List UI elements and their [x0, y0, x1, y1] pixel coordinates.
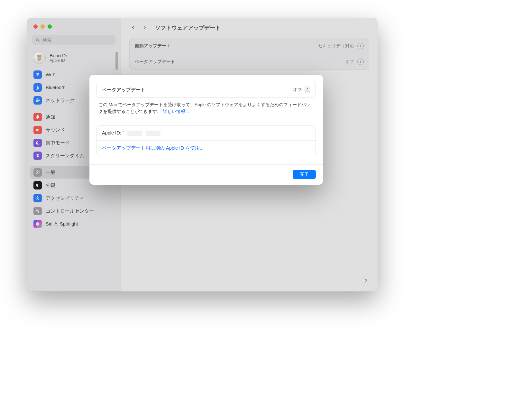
- svg-point-14: [37, 196, 38, 197]
- sidebar-item-label: 外観: [46, 182, 55, 189]
- sidebar-item-siri[interactable]: Siri と Spotlight: [30, 218, 117, 230]
- help-button[interactable]: ?: [362, 277, 370, 285]
- beta-select-row[interactable]: ベータアップデート オフ: [97, 82, 316, 97]
- sidebar-item-accessibility[interactable]: アクセシビリティ: [30, 192, 117, 204]
- window-controls: [27, 22, 121, 32]
- account-sub: Apple ID: [50, 58, 67, 63]
- sidebar-item-label: 集中モード: [46, 140, 70, 146]
- row-value: セキュリティ対応: [318, 43, 354, 49]
- more-info-link[interactable]: 詳しい情報...: [163, 109, 189, 114]
- svg-point-19: [36, 222, 40, 226]
- hourglass-icon: [33, 152, 42, 160]
- use-other-apple-id-link[interactable]: ベータアップデート用に別の Apple ID を使用...: [102, 145, 204, 151]
- apple-id-row: Apple ID: ˊ: [97, 126, 316, 140]
- sidebar-item-label: Bluetooth: [46, 85, 65, 90]
- bluetooth-icon: [33, 83, 42, 92]
- apple-id-value: ˊ: [123, 130, 162, 135]
- network-icon: [33, 96, 42, 105]
- siri-icon: [33, 220, 42, 228]
- back-button[interactable]: [129, 24, 137, 32]
- minimize-window-button[interactable]: [41, 24, 45, 29]
- search-input[interactable]: [32, 35, 115, 45]
- forward-button[interactable]: [141, 24, 149, 32]
- svg-point-12: [37, 172, 38, 173]
- avatar: [33, 51, 46, 64]
- beta-description: この Mac でベータアップデートを受け取って、Apple のソフトウェアをより…: [96, 98, 316, 122]
- sidebar-item-label: アクセシビリティ: [46, 195, 84, 201]
- beta-value: オフ: [293, 87, 302, 93]
- use-other-apple-id-row[interactable]: ベータアップデート用に別の Apple ID を使用...: [97, 140, 316, 156]
- apple-id-panel: Apple ID: ˊ ベータアップデート用に別の Apple ID を使用..…: [96, 125, 316, 156]
- sidebar-item-label: ネットワーク: [46, 97, 75, 104]
- account-name: Buho Dr: [50, 53, 67, 58]
- svg-point-8: [40, 58, 41, 59]
- beta-select[interactable]: オフ: [293, 87, 310, 93]
- svg-point-4: [39, 55, 42, 57]
- wifi-icon: [33, 70, 42, 79]
- sidebar-item-label: 通知: [46, 114, 55, 120]
- accessibility-icon: [33, 194, 42, 202]
- sidebar-item-label: コントロールセンター: [46, 208, 94, 214]
- sidebar-item-control-center[interactable]: コントロールセンター: [30, 205, 117, 217]
- row-beta-update[interactable]: ベータアップデート オフ i: [130, 54, 369, 69]
- sidebar-scrollbar[interactable]: [115, 52, 118, 70]
- info-icon[interactable]: i: [357, 59, 364, 65]
- speaker-icon: [33, 126, 42, 134]
- svg-point-3: [37, 55, 40, 57]
- done-button[interactable]: 完了: [293, 170, 316, 179]
- row-label: ベータアップデート: [135, 59, 175, 65]
- settings-panel: 自動アップデート セキュリティ対応 i ベータアップデート オフ i: [129, 38, 369, 70]
- gear-icon: [33, 168, 42, 177]
- sliders-icon: [33, 207, 42, 215]
- svg-point-9: [37, 75, 38, 76]
- beta-updates-sheet: ベータアップデート オフ この Mac でベータアップデートを受け取って、App…: [89, 75, 323, 185]
- apple-id-account[interactable]: Buho Dr Apple ID: [27, 49, 121, 69]
- row-auto-update[interactable]: 自動アップデート セキュリティ対応 i: [130, 38, 369, 54]
- row-value: オフ: [345, 59, 354, 65]
- sidebar-item-label: Wi-Fi: [46, 72, 57, 77]
- bell-icon: [33, 113, 42, 121]
- close-window-button[interactable]: [33, 24, 38, 29]
- sidebar-item-label: スクリーンタイム: [46, 153, 84, 159]
- beta-select-panel: ベータアップデート オフ: [96, 82, 316, 98]
- page-title: ソフトウェアアップデート: [155, 24, 221, 32]
- moon-icon: [33, 139, 42, 147]
- svg-point-18: [38, 211, 39, 212]
- apple-id-label: Apple ID:: [102, 130, 121, 135]
- info-icon[interactable]: i: [357, 43, 364, 49]
- appearance-icon: [33, 181, 42, 189]
- header: ソフトウェアアップデート: [121, 18, 378, 36]
- beta-label: ベータアップデート: [102, 87, 145, 93]
- sidebar-item-label: Siri と Spotlight: [46, 221, 78, 227]
- sidebar-item-label: 一般: [46, 170, 55, 176]
- popup-arrows-icon: [305, 87, 310, 93]
- row-label: 自動アップデート: [135, 43, 171, 49]
- zoom-window-button[interactable]: [48, 24, 52, 29]
- svg-point-7: [38, 58, 39, 59]
- svg-point-11: [37, 118, 38, 119]
- svg-point-16: [37, 210, 38, 211]
- sidebar-item-label: サウンド: [46, 127, 65, 133]
